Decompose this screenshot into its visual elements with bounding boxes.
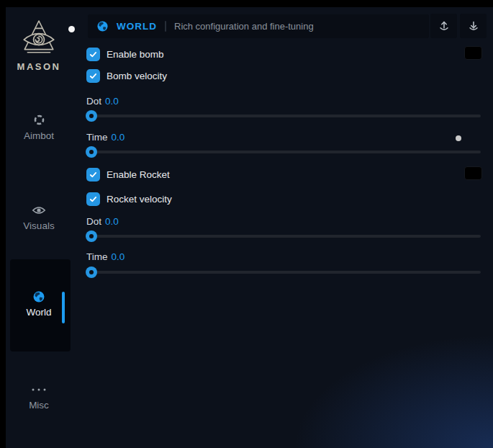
globe-icon xyxy=(96,20,109,32)
checkbox-row-rocket-velocity[interactable]: Rocket velocity xyxy=(86,192,172,206)
sidebar-item-aimbot[interactable]: Aimbot xyxy=(6,114,72,141)
slider-name: Dot xyxy=(86,96,101,107)
slider-value: 0.0 xyxy=(105,96,119,107)
sidebar-item-label: Misc xyxy=(29,400,49,411)
slider-handle[interactable] xyxy=(86,266,97,278)
check-icon xyxy=(89,50,97,58)
slider-time[interactable] xyxy=(86,266,481,278)
checkbox-row-bomb-velocity[interactable]: Bomb velocity xyxy=(86,69,167,83)
sidebar-item-misc[interactable]: Misc xyxy=(6,383,72,411)
slider-name: Time xyxy=(86,132,108,143)
page-title: WORLD xyxy=(117,21,157,32)
header-divider xyxy=(165,21,166,32)
brand-logo: MASON xyxy=(6,19,72,72)
color-swatch[interactable] xyxy=(464,166,482,180)
sidebar-item-label: Aimbot xyxy=(24,130,54,141)
upload-config-button[interactable] xyxy=(430,14,457,38)
checkbox-label: Enable bomb xyxy=(107,49,164,60)
globe-icon xyxy=(6,290,72,303)
ellipsis-icon xyxy=(6,383,72,395)
slider-dot[interactable] xyxy=(86,230,481,242)
sidebar-item-label: World xyxy=(26,307,51,318)
sidebar-item-world[interactable]: World xyxy=(6,290,72,318)
checkbox-label: Bomb velocity xyxy=(107,71,167,81)
eye-icon xyxy=(6,204,72,216)
slider-label-dot: Dot0.0 xyxy=(86,216,119,227)
checkbox-checked[interactable] xyxy=(86,48,100,61)
upload-icon xyxy=(438,19,451,33)
checkbox-row-enable-bomb[interactable]: Enable bomb xyxy=(86,48,164,61)
slider-handle[interactable] xyxy=(86,230,97,242)
slider-name: Time xyxy=(86,251,108,262)
slider-value: 0.0 xyxy=(105,216,119,227)
slider-dot[interactable] xyxy=(86,110,481,122)
check-icon xyxy=(89,195,97,203)
crosshair-icon xyxy=(6,114,72,126)
checkbox-label: Rocket velocity xyxy=(107,194,172,205)
slider-label-time: Time0.0 xyxy=(86,132,125,143)
background-glow xyxy=(277,326,493,448)
check-icon xyxy=(89,72,97,80)
slider-track xyxy=(86,235,481,238)
download-icon xyxy=(467,19,480,33)
sidebar-item-visuals[interactable]: Visuals xyxy=(6,204,72,231)
sidebar-item-label: Visuals xyxy=(23,220,54,231)
slider-track xyxy=(86,271,481,274)
brand-name: MASON xyxy=(6,61,72,72)
slider-label-dot: Dot0.0 xyxy=(86,96,119,107)
checkbox-row-enable-rocket[interactable]: Enable Rocket xyxy=(86,168,170,182)
slider-time[interactable] xyxy=(86,146,481,158)
slider-track xyxy=(86,151,481,153)
slider-handle[interactable] xyxy=(86,146,97,158)
slider-track xyxy=(86,115,481,117)
check-icon xyxy=(89,171,97,179)
slider-handle[interactable] xyxy=(86,110,97,122)
download-config-button[interactable] xyxy=(460,14,487,38)
checkbox-checked[interactable] xyxy=(86,192,100,206)
page-subtitle: Rich configuration and fine-tuning xyxy=(174,21,314,32)
eye-pyramid-icon xyxy=(21,19,57,59)
checkbox-label: Enable Rocket xyxy=(107,169,170,180)
checkbox-checked[interactable] xyxy=(86,69,100,83)
page-header: WORLD Rich configuration and fine-tuning xyxy=(88,14,429,38)
slider-name: Dot xyxy=(86,216,101,227)
checkbox-checked[interactable] xyxy=(86,168,100,182)
color-swatch[interactable] xyxy=(464,46,482,60)
app-window: MASON Aimbot Visuals World xyxy=(6,7,493,448)
screen: { "brand": { "name": "MASON", "logo_icon… xyxy=(0,0,493,448)
slider-label-time: Time0.0 xyxy=(86,251,125,262)
slider-value: 0.0 xyxy=(112,251,125,262)
slider-value: 0.0 xyxy=(112,132,125,143)
